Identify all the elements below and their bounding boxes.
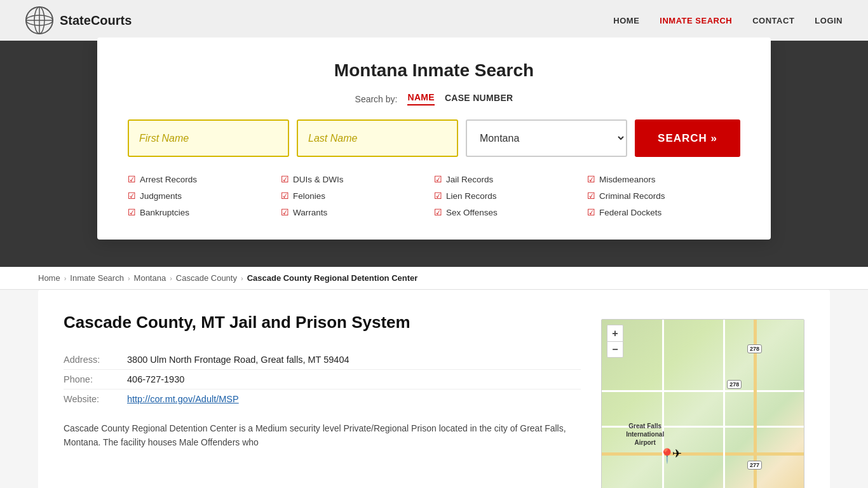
map-location-pin: 📍 [658, 448, 675, 464]
tab-name[interactable]: NAME [407, 92, 434, 105]
state-select[interactable]: Montana [466, 119, 627, 157]
check-icon: ☑ [434, 174, 442, 184]
check-warrants: ☑ Warrants [281, 205, 434, 219]
map-airport-label: Great FallsInternationalAirport [626, 422, 664, 447]
check-misdemeanors: ☑ Misdemeanors [587, 172, 740, 186]
nav-contact[interactable]: CONTACT [752, 16, 794, 25]
breadcrumb-sep-1: › [64, 274, 67, 282]
breadcrumb-sep-3: › [170, 274, 172, 282]
search-button[interactable]: SEARCH » [635, 119, 740, 157]
breadcrumb-montana[interactable]: Montana [134, 273, 166, 283]
map-road-highway [602, 452, 804, 456]
check-icon: ☑ [434, 207, 442, 217]
check-judgments: ☑ Judgments [128, 189, 281, 203]
check-sex-offenses: ☑ Sex Offenses [434, 205, 587, 219]
map-road-horizontal-2 [602, 390, 804, 392]
check-icon: ☑ [128, 174, 136, 184]
address-label: Address: [64, 350, 127, 370]
website-value: http://cor.mt.gov/Adult/MSP [127, 390, 581, 409]
address-row: Address: 3800 Ulm North Frontage Road, G… [64, 350, 581, 370]
phone-value: 406-727-1930 [127, 370, 581, 390]
last-name-input[interactable] [297, 119, 458, 157]
checklist-grid: ☑ Arrest Records ☑ DUIs & DWIs ☑ Jail Re… [128, 172, 740, 219]
content-card: Cascade County, MT Jail and Prison Syste… [38, 290, 830, 488]
logo-area: StateCourts [25, 6, 132, 34]
check-icon: ☑ [281, 191, 289, 201]
website-link[interactable]: http://cor.mt.gov/Adult/MSP [127, 394, 239, 404]
breadcrumb-home[interactable]: Home [38, 273, 60, 283]
info-table: Address: 3800 Ulm North Frontage Road, G… [64, 350, 581, 409]
first-name-input[interactable] [128, 119, 289, 157]
search-card: Montana Inmate Search Search by: NAME CA… [97, 37, 771, 240]
nav-login[interactable]: LOGIN [815, 16, 843, 25]
search-fields-row: Montana SEARCH » [128, 119, 740, 157]
navbar: StateCourts HOME INMATE SEARCH CONTACT L… [0, 0, 868, 41]
tab-case-number[interactable]: CASE NUMBER [445, 93, 513, 105]
check-icon: ☑ [281, 174, 289, 184]
check-lien-records: ☑ Lien Records [434, 189, 587, 203]
map-container: 278 278 277 Great FallsInternationalAirp… [601, 319, 804, 488]
check-bankruptcies: ☑ Bankruptcies [128, 205, 281, 219]
road-badge-278b: 278 [747, 344, 762, 353]
logo-icon [25, 6, 53, 34]
check-duis: ☑ DUIs & DWIs [281, 172, 434, 186]
main-content: Cascade County, MT Jail and Prison Syste… [0, 290, 868, 488]
check-icon: ☑ [128, 191, 136, 201]
facility-description: Cascade County Regional Detention Center… [64, 421, 581, 450]
map-controls: + − [607, 325, 623, 358]
breadcrumb-inmate-search[interactable]: Inmate Search [70, 273, 124, 283]
breadcrumb-sep-2: › [128, 274, 130, 282]
check-icon: ☑ [587, 191, 595, 201]
check-criminal-records: ☑ Criminal Records [587, 189, 740, 203]
logo-text: StateCourts [60, 13, 132, 28]
check-icon: ☑ [587, 174, 595, 184]
website-label: Website: [64, 390, 127, 409]
search-by-label: Search by: [355, 94, 398, 104]
check-icon: ☑ [434, 191, 442, 201]
map-inner: 278 278 277 Great FallsInternationalAirp… [602, 320, 804, 488]
road-badge-277: 277 [747, 461, 762, 470]
breadcrumb: Home › Inmate Search › Montana › Cascade… [0, 267, 868, 290]
facility-title: Cascade County, MT Jail and Prison Syste… [64, 313, 581, 332]
check-icon: ☑ [587, 207, 595, 217]
check-felonies: ☑ Felonies [281, 189, 434, 203]
search-by-row: Search by: NAME CASE NUMBER [128, 92, 740, 105]
check-icon: ☑ [128, 207, 136, 217]
content-left: Cascade County, MT Jail and Prison Syste… [64, 313, 581, 488]
phone-label: Phone: [64, 370, 127, 390]
check-jail-records: ☑ Jail Records [434, 172, 587, 186]
map-road-vertical-1 [723, 320, 725, 488]
breadcrumb-cascade-county[interactable]: Cascade County [176, 273, 237, 283]
check-federal-dockets: ☑ Federal Dockets [587, 205, 740, 219]
road-badge-278a: 278 [727, 380, 742, 389]
nav-links: HOME INMATE SEARCH CONTACT LOGIN [613, 15, 843, 26]
check-icon: ☑ [281, 207, 289, 217]
address-value: 3800 Ulm North Frontage Road, Great fall… [127, 350, 581, 370]
search-card-title: Montana Inmate Search [128, 60, 740, 81]
nav-inmate-search[interactable]: INMATE SEARCH [660, 16, 732, 25]
breadcrumb-sep-4: › [241, 274, 243, 282]
website-row: Website: http://cor.mt.gov/Adult/MSP [64, 390, 581, 409]
breadcrumb-current: Cascade County Regional Detention Center [247, 273, 418, 283]
map-zoom-out[interactable]: − [607, 341, 623, 358]
map-background [602, 320, 804, 488]
phone-row: Phone: 406-727-1930 [64, 370, 581, 390]
map-zoom-in[interactable]: + [607, 325, 623, 341]
check-arrest-records: ☑ Arrest Records [128, 172, 281, 186]
nav-home[interactable]: HOME [613, 16, 639, 25]
